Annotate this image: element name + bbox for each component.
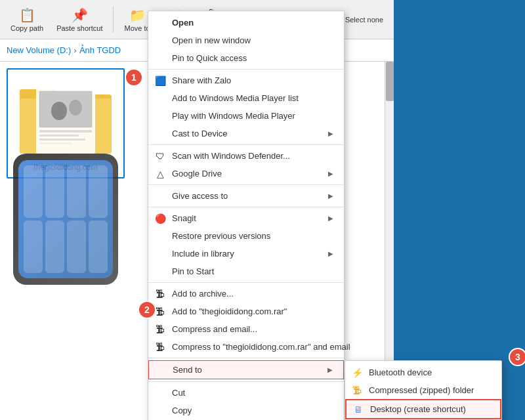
menu-arrow-google-drive: ▶ — [328, 170, 333, 177]
menu-label-add-archive: Add to archive... — [172, 289, 234, 299]
submenu-item-zip[interactable]: 🗜Compressed (zipped) folder — [345, 381, 501, 399]
scrollbar-thumb[interactable] — [386, 62, 394, 101]
badge-1: 1 — [125, 68, 143, 87]
menu-label-pin-start: Pin to Start — [172, 266, 214, 276]
menu-label-open-new-window: Open in new window — [172, 35, 251, 45]
menu-arrow-snagit: ▶ — [328, 215, 333, 222]
address-drive[interactable]: New Volume (D:) — [7, 45, 71, 55]
badge-3: 3 — [509, 348, 525, 366]
menu-item-share-zalo[interactable]: 🟦Share with Zalo — [148, 72, 344, 89]
menu-icon-google-drive: △ — [154, 167, 167, 180]
menu-label-give-access: Give access to — [172, 191, 228, 201]
menu-item-restore-versions[interactable]: Restore previous versions — [148, 227, 344, 245]
menu-divider-25 — [148, 381, 344, 382]
paste-shortcut-label: Paste shortcut — [56, 24, 102, 32]
menu-divider-11 — [148, 184, 344, 185]
submenu-icon-bluetooth: ⚡ — [350, 366, 364, 379]
menu-item-add-archive[interactable]: 🗜Add to archive... — [148, 285, 344, 303]
svg-rect-9 — [39, 135, 79, 136]
folder-svg — [16, 75, 115, 160]
menu-label-compress-rar-email: Compress to "thegioididong.com.rar" and … — [172, 342, 350, 352]
menu-label-copy: Copy — [172, 406, 192, 415]
menu-icon-add-archive: 🗜 — [154, 287, 167, 301]
right-panel — [394, 0, 525, 420]
menu-item-snagit[interactable]: 🔴Snagit▶ — [148, 209, 344, 227]
send-to-submenu: ⚡Bluetooth device🗜Compressed (zipped) fo… — [345, 360, 502, 420]
menu-icon-compress-email: 🗜 — [154, 323, 167, 336]
submenu-item-bluetooth[interactable]: ⚡Bluetooth device — [345, 364, 501, 381]
menu-label-google-drive: Google Drive — [172, 169, 222, 178]
menu-item-cut[interactable]: Cut — [148, 384, 344, 402]
menu-item-pin-quick-access[interactable]: Pin to Quick access — [148, 49, 344, 67]
menu-item-send-to[interactable]: Send to▶ — [148, 360, 344, 379]
address-folder[interactable]: Ảnh TGDD — [79, 45, 121, 55]
select-none-button[interactable]: Select none — [340, 13, 388, 26]
menu-label-pin-quick-access: Pin to Quick access — [172, 53, 247, 63]
menu-item-compress-email[interactable]: 🗜Compress and email... — [148, 320, 344, 338]
phone-image — [13, 154, 118, 285]
copy-path-icon: 📋 — [19, 7, 35, 23]
menu-item-compress-rar-email[interactable]: 🗜Compress to "thegioididong.com.rar" and… — [148, 338, 344, 356]
menu-icon-scan-defender: 🛡 — [154, 150, 167, 163]
menu-item-cast-device[interactable]: Cast to Device▶ — [148, 125, 344, 142]
submenu-icon-desktop: 🖥 — [352, 403, 365, 416]
menu-item-add-media-player[interactable]: Add to Windows Media Player list — [148, 89, 344, 107]
paste-shortcut-icon: 📌 — [72, 7, 88, 23]
submenu-label-bluetooth: Bluetooth device — [369, 368, 432, 377]
submenu-item-desktop[interactable]: 🖥Desktop (create shortcut) — [345, 399, 501, 419]
app-icon-6 — [45, 220, 64, 273]
menu-label-cast-device: Cast to Device — [172, 129, 228, 138]
move-to-icon: 📁 — [129, 7, 146, 23]
menu-item-copy[interactable]: Copy — [148, 402, 344, 419]
submenu-label-zip: Compressed (zipped) folder — [369, 385, 474, 395]
menu-icon-compress-rar-email: 🗜 — [154, 341, 167, 354]
select-none-label: Select none — [345, 16, 383, 24]
app-icon-1 — [24, 165, 43, 218]
menu-item-scan-defender[interactable]: 🛡Scan with Windows Defender... — [148, 147, 344, 165]
menu-label-share-zalo: Share with Zalo — [172, 75, 231, 85]
menu-label-play-media-player: Play with Windows Media Player — [172, 111, 295, 121]
menu-divider-23 — [148, 358, 344, 358]
folder-icon-wrapper — [16, 75, 115, 160]
menu-item-play-media-player[interactable]: Play with Windows Media Player — [148, 107, 344, 125]
menu-label-cut: Cut — [172, 388, 185, 398]
menu-label-compress-email: Compress and email... — [172, 324, 257, 334]
svg-point-7 — [69, 100, 82, 116]
menu-arrow-include-library: ▶ — [328, 250, 333, 257]
copy-path-button[interactable]: 📋 Copy path — [5, 5, 49, 35]
menu-label-scan-defender: Scan with Windows Defender... — [172, 151, 290, 161]
menu-item-include-library[interactable]: Include in library▶ — [148, 245, 344, 262]
copy-path-label: Copy path — [10, 24, 43, 32]
app-icon-8 — [89, 220, 108, 273]
menu-divider-3 — [148, 69, 344, 70]
svg-rect-10 — [39, 138, 85, 140]
context-menu: OpenOpen in new windowPin to Quick acces… — [148, 10, 345, 420]
menu-divider-18 — [148, 282, 344, 283]
paste-shortcut-button[interactable]: 📌 Paste shortcut — [51, 5, 108, 35]
menu-item-add-rar[interactable]: 🗜Add to "thegioididong.com.rar" — [148, 303, 344, 320]
menu-item-open-new-window[interactable]: Open in new window — [148, 32, 344, 49]
menu-item-pin-start[interactable]: Pin to Start — [148, 262, 344, 280]
menu-label-send-to: Send to — [173, 365, 202, 375]
svg-rect-8 — [39, 130, 92, 133]
menu-arrow-give-access: ▶ — [328, 192, 333, 200]
menu-icon-snagit: 🔴 — [154, 212, 167, 225]
menu-divider-13 — [148, 207, 344, 207]
menu-icon-share-zalo: 🟦 — [154, 74, 167, 87]
app-icon-4 — [89, 165, 108, 218]
toolbar-divider — [113, 7, 114, 33]
phone-screen — [18, 160, 113, 278]
svg-point-6 — [51, 102, 67, 120]
menu-item-give-access[interactable]: Give access to▶ — [148, 187, 344, 205]
menu-arrow-send-to: ▶ — [327, 366, 333, 373]
menu-item-open[interactable]: Open — [148, 14, 344, 32]
badge-2: 2 — [138, 301, 156, 319]
menu-label-include-library: Include in library — [172, 249, 234, 259]
menu-arrow-cast-device: ▶ — [328, 130, 333, 137]
address-separator: › — [74, 45, 76, 55]
svg-rect-11 — [39, 142, 72, 144]
submenu-icon-zip: 🗜 — [350, 384, 364, 397]
menu-label-snagit: Snagit — [172, 213, 196, 223]
menu-item-google-drive[interactable]: △Google Drive▶ — [148, 165, 344, 182]
menu-label-restore-versions: Restore previous versions — [172, 231, 270, 241]
